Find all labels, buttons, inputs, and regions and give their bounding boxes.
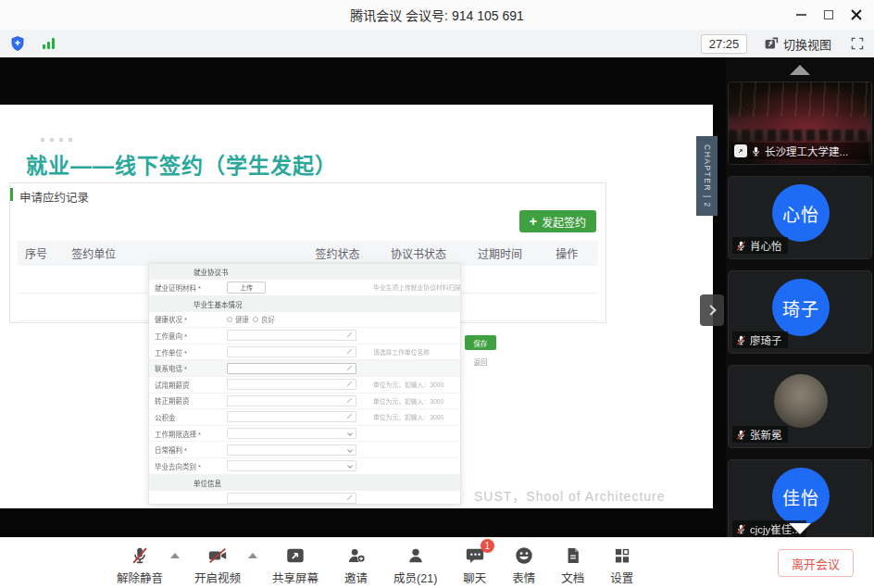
form-field-row: 工作单位 *请选择工作单位名称 [149, 344, 460, 361]
upload-button[interactable]: 上传 [227, 281, 266, 294]
toolbar-emoji-button[interactable]: 表情 [499, 540, 548, 586]
window-controls [787, 0, 870, 30]
toolbar-docs-button[interactable]: 文档 [548, 540, 597, 586]
network-signal-icon[interactable] [43, 38, 55, 49]
toolbar-item-label: 聊天 [463, 569, 486, 586]
security-shield-icon[interactable] [9, 35, 26, 52]
form-field-label: 毕业去向类别 * [149, 461, 227, 471]
edit-pencil-icon [347, 349, 353, 355]
sharing-indicator-icon [734, 144, 747, 157]
form-input[interactable] [227, 395, 356, 407]
fullscreen-icon[interactable] [850, 36, 865, 51]
form-input[interactable] [227, 493, 356, 504]
toolbar-item-label: 成员(21) [393, 569, 437, 586]
form-field-row: 试用期薪资单位为元，如输入：3000 [149, 377, 460, 394]
toolbar-chat-button[interactable]: 1聊天 [450, 540, 499, 586]
toolbar-invite-button[interactable]: 邀请 [331, 540, 381, 586]
radio-circle-icon [253, 317, 258, 322]
edit-pencil-icon [347, 382, 353, 387]
toolbar-settings-button[interactable]: 设置 [597, 540, 646, 586]
form-field-label: 试用期薪资 [149, 380, 227, 390]
window-title: 腾讯会议 会议号: 914 105 691 [0, 6, 874, 24]
start-sign-label: 发起签约 [542, 214, 586, 230]
toolbar-share-screen-button[interactable]: 共享屏幕 [259, 540, 331, 586]
participant-name: 长沙理工大学建... [765, 144, 848, 158]
edit-pencil-icon [347, 332, 353, 338]
form-field-row: 转正期薪资单位为元，如输入：3000 [149, 394, 460, 410]
switch-view-button[interactable]: 切换视图 [764, 35, 831, 53]
maximize-icon [824, 10, 833, 19]
camera-off-icon [206, 544, 229, 567]
form-field-hint: 毕业生须上传就业协议材料扫描件 [373, 282, 460, 292]
form-field-label: 工作意向 * [149, 331, 227, 341]
slide-title: 就业——线下签约（学生发起） [26, 148, 337, 180]
table-header-cell: 签约单位 [64, 245, 307, 261]
presentation-slide: 就业——线下签约（学生发起） 申请应约记录 + 发起签约 序号签约单位签约状态协… [0, 105, 713, 508]
meeting-toolbar: 27:25 切换视图 [0, 30, 874, 57]
members-icon [406, 544, 426, 567]
participant-tile[interactable]: 琦子廖琦子 [728, 270, 872, 354]
form-select[interactable] [227, 428, 356, 439]
start-sign-button[interactable]: + 发起签约 [519, 210, 596, 232]
slide-footer-text: SUST，Shool of Architecture [474, 486, 666, 505]
switch-view-label: 切换视图 [783, 35, 831, 53]
scroll-down-icon[interactable] [789, 523, 811, 534]
form-select[interactable] [227, 444, 356, 456]
form-input[interactable] [227, 330, 356, 341]
toolbar-item-label: 文档 [561, 569, 584, 586]
toolbar-item-label: 设置 [610, 569, 633, 586]
table-header-cell: 序号 [18, 245, 64, 261]
emoji-icon [514, 544, 534, 567]
form-input[interactable] [227, 379, 356, 390]
close-button[interactable] [843, 2, 870, 28]
save-button[interactable]: 保存 [465, 335, 496, 350]
form-field-row: 日常福利 * [149, 442, 460, 458]
radio-option[interactable]: 健康 [227, 314, 249, 324]
avatar: 心怡 [772, 184, 830, 242]
maximize-button[interactable] [815, 2, 843, 28]
mic-muted-icon [130, 544, 150, 567]
form-side-actions: 保存 返回 [465, 335, 496, 367]
toolbar-item-label: 邀请 [344, 569, 368, 586]
form-input[interactable] [227, 411, 356, 422]
participant-name-label: 张新冕 [732, 426, 788, 443]
form-field-hint: 单位为元，如输入：3000 [373, 412, 460, 421]
toolbar-start-video-button[interactable]: 开启视频 [181, 540, 254, 586]
form-field-hint: 单位为元，如输入：3000 [373, 380, 460, 389]
table-header-cell: 协议书状态 [383, 245, 470, 261]
chat-badge: 1 [481, 539, 494, 553]
next-page-button[interactable] [700, 294, 724, 326]
participant-tile[interactable]: 长沙理工大学建... [728, 81, 872, 165]
minimize-button[interactable] [787, 2, 815, 28]
docs-icon [564, 544, 582, 567]
back-link[interactable]: 返回 [474, 357, 488, 367]
form-field-row: 联系电话 * [149, 360, 460, 377]
scroll-up-icon[interactable] [790, 65, 810, 75]
panel-accent-bar [10, 188, 13, 201]
form-field-label: 日常福利 * [149, 444, 227, 455]
form-field-label: 健康状况 * [149, 314, 227, 324]
form-field-row: 工作意向 * [149, 328, 460, 344]
radio-circle-icon [227, 317, 232, 322]
toolbar-unmute-button[interactable]: 解除静音 [104, 540, 176, 586]
participant-tile[interactable]: 心怡肖心怡 [728, 176, 872, 259]
participant-name-label: 长沙理工大学建... [731, 143, 868, 159]
toolbar-members-button[interactable]: 成员(21) [381, 540, 450, 586]
form-section-header: 就业协议书 [149, 264, 460, 280]
form-input[interactable] [227, 346, 356, 357]
panel-title: 申请应约记录 [19, 188, 89, 206]
mic-muted-icon [735, 523, 747, 535]
form-select[interactable] [227, 460, 356, 471]
table-header-cell: 过期时间 [470, 245, 529, 261]
mic-muted-icon [735, 334, 747, 346]
radio-option[interactable]: 良好 [253, 314, 275, 324]
participant-name: 肖心怡 [750, 238, 782, 253]
leave-meeting-button[interactable]: 离开会议 [778, 549, 854, 577]
edit-pencil-icon [347, 414, 353, 419]
meeting-window: 腾讯会议 会议号: 914 105 691 27:25 切换视图 就业——线下签… [0, 0, 874, 588]
participant-tile[interactable]: 张新冕 [728, 365, 872, 448]
form-input[interactable] [227, 363, 356, 374]
avatar: 琦子 [772, 279, 830, 336]
table-header-cell: 签约状态 [307, 245, 383, 261]
minimize-icon [796, 14, 806, 16]
